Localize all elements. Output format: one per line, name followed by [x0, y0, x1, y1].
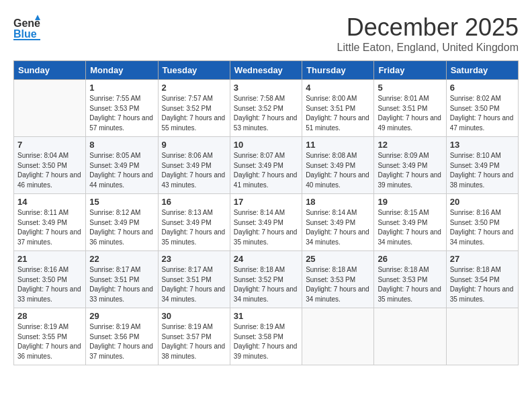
- cell-info: Sunrise: 8:00 AMSunset: 3:51 PMDaylight:…: [306, 94, 370, 133]
- calendar-cell: 14Sunrise: 8:11 AMSunset: 3:49 PMDayligh…: [14, 194, 86, 251]
- cell-info: Sunrise: 8:13 AMSunset: 3:49 PMDaylight:…: [162, 208, 226, 247]
- cell-info: Sunrise: 8:17 AMSunset: 3:51 PMDaylight:…: [162, 265, 226, 304]
- cell-info: Sunrise: 8:14 AMSunset: 3:49 PMDaylight:…: [306, 208, 370, 247]
- day-number: 16: [162, 197, 226, 207]
- cell-info: Sunrise: 8:01 AMSunset: 3:51 PMDaylight:…: [378, 94, 442, 133]
- day-number: 11: [306, 140, 370, 150]
- calendar-cell: [14, 80, 86, 137]
- calendar-table: SundayMondayTuesdayWednesdayThursdayFrid…: [13, 60, 519, 365]
- cell-info: Sunrise: 8:14 AMSunset: 3:49 PMDaylight:…: [234, 208, 298, 247]
- cell-info: Sunrise: 8:10 AMSunset: 3:49 PMDaylight:…: [450, 151, 515, 190]
- cell-info: Sunrise: 8:19 AMSunset: 3:55 PMDaylight:…: [17, 322, 82, 361]
- day-number: 23: [162, 254, 226, 264]
- calendar-cell: 24Sunrise: 8:18 AMSunset: 3:52 PMDayligh…: [230, 251, 302, 308]
- calendar-cell: 22Sunrise: 8:17 AMSunset: 3:51 PMDayligh…: [86, 251, 158, 308]
- calendar-cell: 2Sunrise: 7:57 AMSunset: 3:52 PMDaylight…: [158, 80, 230, 137]
- calendar-cell: 6Sunrise: 8:02 AMSunset: 3:50 PMDaylight…: [446, 80, 518, 137]
- cell-info: Sunrise: 7:58 AMSunset: 3:52 PMDaylight:…: [234, 94, 298, 133]
- day-number: 1: [89, 83, 154, 93]
- cell-info: Sunrise: 8:19 AMSunset: 3:58 PMDaylight:…: [234, 322, 298, 361]
- cell-info: Sunrise: 8:17 AMSunset: 3:51 PMDaylight:…: [89, 265, 154, 304]
- day-number: 29: [89, 311, 154, 321]
- day-header-tuesday: Tuesday: [158, 61, 230, 80]
- day-number: 10: [234, 140, 298, 150]
- calendar-cell: 15Sunrise: 8:12 AMSunset: 3:49 PMDayligh…: [86, 194, 158, 251]
- logo-icon: General Blue: [13, 13, 40, 40]
- logo: General Blue: [13, 13, 40, 40]
- day-number: 28: [17, 311, 82, 321]
- location: Little Eaton, England, United Kingdom: [337, 42, 519, 54]
- day-number: 13: [450, 140, 515, 150]
- calendar-cell: 12Sunrise: 8:09 AMSunset: 3:49 PMDayligh…: [374, 137, 446, 194]
- month-title: December 2025: [337, 13, 519, 42]
- calendar-header-row: SundayMondayTuesdayWednesdayThursdayFrid…: [14, 61, 519, 80]
- calendar-cell: 19Sunrise: 8:15 AMSunset: 3:49 PMDayligh…: [374, 194, 446, 251]
- day-number: 12: [378, 140, 442, 150]
- svg-text:Blue: Blue: [13, 28, 37, 40]
- cell-info: Sunrise: 8:15 AMSunset: 3:49 PMDaylight:…: [378, 208, 442, 247]
- cell-info: Sunrise: 8:07 AMSunset: 3:49 PMDaylight:…: [234, 151, 298, 190]
- cell-info: Sunrise: 8:18 AMSunset: 3:52 PMDaylight:…: [234, 265, 298, 304]
- calendar-cell: 16Sunrise: 8:13 AMSunset: 3:49 PMDayligh…: [158, 194, 230, 251]
- cell-info: Sunrise: 8:19 AMSunset: 3:57 PMDaylight:…: [162, 322, 226, 361]
- day-number: 4: [306, 83, 370, 93]
- day-header-friday: Friday: [374, 61, 446, 80]
- day-number: 7: [17, 140, 82, 150]
- calendar-week-row: 7Sunrise: 8:04 AMSunset: 3:50 PMDaylight…: [14, 137, 519, 194]
- title-area: December 2025 Little Eaton, England, Uni…: [337, 13, 519, 54]
- calendar-cell: 18Sunrise: 8:14 AMSunset: 3:49 PMDayligh…: [302, 194, 374, 251]
- cell-info: Sunrise: 8:19 AMSunset: 3:56 PMDaylight:…: [89, 322, 154, 361]
- cell-info: Sunrise: 8:16 AMSunset: 3:50 PMDaylight:…: [17, 265, 82, 304]
- cell-info: Sunrise: 8:04 AMSunset: 3:50 PMDaylight:…: [17, 151, 82, 190]
- day-number: 3: [234, 83, 298, 93]
- calendar-cell: 3Sunrise: 7:58 AMSunset: 3:52 PMDaylight…: [230, 80, 302, 137]
- calendar-cell: 17Sunrise: 8:14 AMSunset: 3:49 PMDayligh…: [230, 194, 302, 251]
- day-number: 15: [89, 197, 154, 207]
- calendar-week-row: 1Sunrise: 7:55 AMSunset: 3:53 PMDaylight…: [14, 80, 519, 137]
- cell-info: Sunrise: 8:16 AMSunset: 3:50 PMDaylight:…: [450, 208, 515, 247]
- calendar-cell: 13Sunrise: 8:10 AMSunset: 3:49 PMDayligh…: [446, 137, 518, 194]
- calendar-cell: [446, 308, 518, 365]
- day-number: 22: [89, 254, 154, 264]
- day-number: 14: [17, 197, 82, 207]
- cell-info: Sunrise: 7:57 AMSunset: 3:52 PMDaylight:…: [162, 94, 226, 133]
- day-number: 5: [378, 83, 442, 93]
- day-number: 25: [306, 254, 370, 264]
- calendar-cell: 23Sunrise: 8:17 AMSunset: 3:51 PMDayligh…: [158, 251, 230, 308]
- page-header: General Blue December 2025 Little Eaton,…: [13, 13, 519, 54]
- calendar-cell: 27Sunrise: 8:18 AMSunset: 3:54 PMDayligh…: [446, 251, 518, 308]
- day-number: 2: [162, 83, 226, 93]
- day-header-saturday: Saturday: [446, 61, 518, 80]
- day-number: 9: [162, 140, 226, 150]
- calendar-cell: [302, 308, 374, 365]
- day-number: 18: [306, 197, 370, 207]
- calendar-cell: 9Sunrise: 8:06 AMSunset: 3:49 PMDaylight…: [158, 137, 230, 194]
- day-number: 8: [89, 140, 154, 150]
- day-number: 17: [234, 197, 298, 207]
- day-number: 6: [450, 83, 515, 93]
- cell-info: Sunrise: 8:08 AMSunset: 3:49 PMDaylight:…: [306, 151, 370, 190]
- cell-info: Sunrise: 8:09 AMSunset: 3:49 PMDaylight:…: [378, 151, 442, 190]
- calendar-cell: 1Sunrise: 7:55 AMSunset: 3:53 PMDaylight…: [86, 80, 158, 137]
- day-number: 21: [17, 254, 82, 264]
- calendar-week-row: 28Sunrise: 8:19 AMSunset: 3:55 PMDayligh…: [14, 308, 519, 365]
- calendar-cell: 26Sunrise: 8:18 AMSunset: 3:53 PMDayligh…: [374, 251, 446, 308]
- calendar-body: 1Sunrise: 7:55 AMSunset: 3:53 PMDaylight…: [14, 80, 519, 365]
- cell-info: Sunrise: 8:02 AMSunset: 3:50 PMDaylight:…: [450, 94, 515, 133]
- day-header-thursday: Thursday: [302, 61, 374, 80]
- day-header-wednesday: Wednesday: [230, 61, 302, 80]
- calendar-cell: 8Sunrise: 8:05 AMSunset: 3:49 PMDaylight…: [86, 137, 158, 194]
- calendar-cell: 7Sunrise: 8:04 AMSunset: 3:50 PMDaylight…: [14, 137, 86, 194]
- cell-info: Sunrise: 8:06 AMSunset: 3:49 PMDaylight:…: [162, 151, 226, 190]
- day-number: 27: [450, 254, 515, 264]
- day-number: 26: [378, 254, 442, 264]
- cell-info: Sunrise: 8:11 AMSunset: 3:49 PMDaylight:…: [17, 208, 82, 247]
- cell-info: Sunrise: 8:18 AMSunset: 3:53 PMDaylight:…: [378, 265, 442, 304]
- calendar-cell: 29Sunrise: 8:19 AMSunset: 3:56 PMDayligh…: [86, 308, 158, 365]
- day-number: 19: [378, 197, 442, 207]
- cell-info: Sunrise: 7:55 AMSunset: 3:53 PMDaylight:…: [89, 94, 154, 133]
- day-number: 30: [162, 311, 226, 321]
- day-number: 20: [450, 197, 515, 207]
- calendar-week-row: 14Sunrise: 8:11 AMSunset: 3:49 PMDayligh…: [14, 194, 519, 251]
- day-header-sunday: Sunday: [14, 61, 86, 80]
